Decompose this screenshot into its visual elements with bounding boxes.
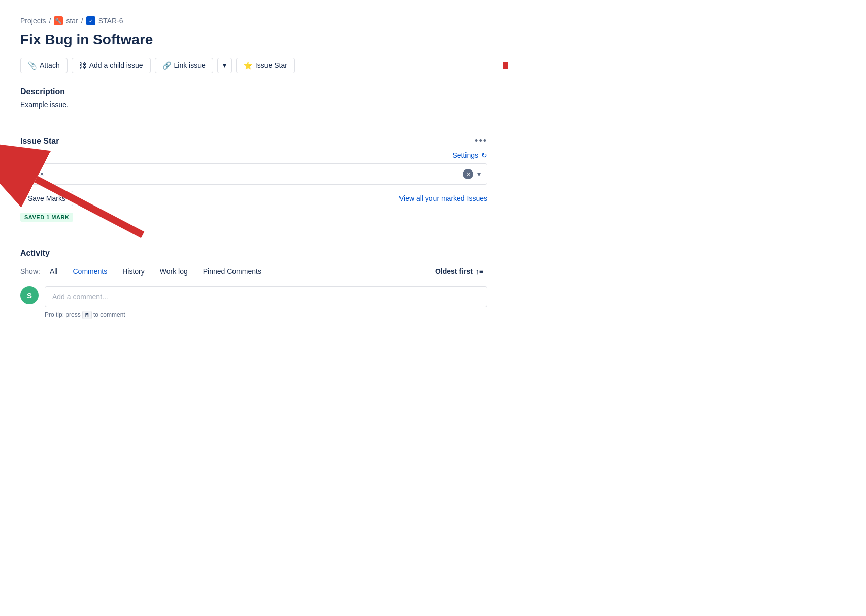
- svg-line-3: [36, 179, 143, 235]
- annotation-arrow-2: [6, 169, 168, 245]
- activity-section: Activity Show: All Comments History Work…: [20, 249, 487, 319]
- save-marks-button[interactable]: Save Marks: [20, 191, 73, 206]
- description-title: Description: [20, 87, 487, 96]
- sort-label: Oldest first: [435, 267, 473, 276]
- attach-button[interactable]: 📎 Attach: [20, 58, 68, 73]
- filter-worklog-button[interactable]: Work log: [154, 265, 193, 278]
- link-issue-label: Link issue: [174, 61, 206, 70]
- marks-input-right: ✕ ▾: [463, 169, 481, 179]
- marks-label: Marks: [20, 151, 40, 159]
- add-child-label: Add a child issue: [89, 61, 143, 70]
- filter-all-button[interactable]: All: [44, 265, 63, 278]
- issue-type-icon: ✓: [86, 16, 95, 25]
- save-marks-row: Save Marks View all your marked Issues: [20, 191, 487, 206]
- issue-star-section: Issue Star ••• Marks Settings ↻ ⭐ × ✕ ▾: [20, 135, 487, 222]
- marks-row: Marks Settings ↻: [20, 151, 487, 159]
- activity-title: Activity: [20, 249, 487, 258]
- refresh-icon: ↻: [481, 151, 487, 159]
- pro-tip-suffix: to comment: [93, 311, 125, 318]
- dropdown-button[interactable]: ▾: [217, 58, 232, 73]
- issue-star-section-title: Issue Star: [20, 136, 59, 146]
- attach-icon: 📎: [28, 61, 37, 70]
- star-icon: ⭐: [244, 61, 252, 70]
- description-text: Example issue.: [20, 100, 487, 109]
- clear-input-icon[interactable]: ✕: [463, 169, 473, 179]
- breadcrumb-star[interactable]: star: [66, 17, 78, 25]
- tag-remove-icon[interactable]: ×: [40, 170, 44, 178]
- settings-label: Settings: [452, 151, 478, 159]
- toolbar: 📎 Attach ⛓ Add a child issue 🔗 Link issu…: [20, 58, 487, 73]
- pro-tip-text: Pro tip: press: [45, 311, 81, 318]
- chevron-down-icon: ▾: [223, 61, 226, 70]
- divider-1: [20, 123, 487, 123]
- sort-button[interactable]: Oldest first ↑≡: [431, 265, 487, 278]
- issue-star-label: Issue Star: [255, 61, 287, 70]
- page-title: Fix Bug in Software: [20, 31, 487, 48]
- breadcrumb-projects[interactable]: Projects: [20, 17, 46, 25]
- divider-2: [20, 236, 487, 236]
- star-tag-emoji: ⭐: [27, 168, 38, 180]
- marks-input-left: ⭐ ×: [27, 168, 44, 180]
- link-issue-button[interactable]: 🔗 Link issue: [155, 58, 213, 73]
- sort-icon: ↑≡: [476, 267, 483, 276]
- activity-filter-row: Show: All Comments History Work log Pinn…: [20, 265, 487, 278]
- settings-link[interactable]: Settings ↻: [452, 151, 487, 159]
- marks-input-container[interactable]: ⭐ × ✕ ▾: [20, 163, 487, 185]
- comment-row: S Add a comment...: [20, 286, 487, 307]
- link-icon: 🔗: [162, 61, 171, 70]
- show-label: Show:: [20, 267, 40, 276]
- add-child-icon: ⛓: [79, 61, 86, 70]
- annotation-arrow-1: [492, 48, 508, 88]
- saved-mark-badge: SAVED 1 MARK: [20, 213, 73, 222]
- filter-history-button[interactable]: History: [117, 265, 150, 278]
- breadcrumb: Projects / 🔧 star / ✓ STAR-6: [20, 16, 487, 25]
- comment-input[interactable]: Add a comment...: [45, 286, 487, 307]
- breadcrumb-sep-1: /: [49, 17, 51, 25]
- view-all-marked-issues-link[interactable]: View all your marked Issues: [399, 194, 487, 202]
- more-options-icon[interactable]: •••: [475, 135, 487, 146]
- avatar: S: [20, 286, 39, 304]
- breadcrumb-issue-id[interactable]: STAR-6: [98, 17, 123, 25]
- attach-label: Attach: [40, 61, 60, 70]
- star-project-icon: 🔧: [54, 16, 63, 25]
- add-child-issue-button[interactable]: ⛓ Add a child issue: [72, 58, 151, 73]
- activity-filter-left: Show: All Comments History Work log Pinn…: [20, 265, 267, 278]
- star-tag: ⭐: [27, 168, 38, 180]
- issue-star-header: Issue Star •••: [20, 135, 487, 146]
- description-section: Description Example issue.: [20, 87, 487, 109]
- pro-tip: Pro tip: press M to comment: [45, 311, 487, 319]
- issue-star-button[interactable]: ⭐ Issue Star: [236, 58, 295, 73]
- pro-tip-key: M: [82, 311, 92, 319]
- comment-placeholder: Add a comment...: [52, 293, 108, 301]
- filter-comments-button[interactable]: Comments: [67, 265, 113, 278]
- dropdown-chevron-icon[interactable]: ▾: [477, 170, 481, 178]
- breadcrumb-sep-2: /: [81, 17, 83, 25]
- filter-pinned-button[interactable]: Pinned Comments: [197, 265, 267, 278]
